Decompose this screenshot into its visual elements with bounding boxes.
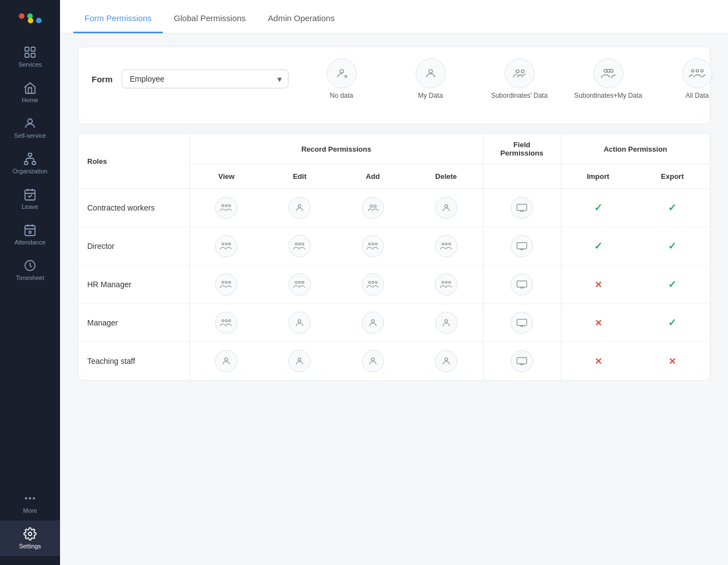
view-cell[interactable] <box>190 189 263 227</box>
add-cell[interactable] <box>336 304 410 342</box>
svg-rect-6 <box>24 162 28 164</box>
delete-cell[interactable] <box>410 189 483 227</box>
sidebar-item-home[interactable]: Home <box>0 74 60 110</box>
svg-point-25 <box>691 69 694 72</box>
svg-point-53 <box>298 281 301 283</box>
edit-cell[interactable] <box>263 189 336 227</box>
delete-cell[interactable] <box>410 227 483 266</box>
svg-rect-0 <box>25 47 29 51</box>
sidebar-item-organization[interactable]: Organization <box>0 146 60 181</box>
edit-cell[interactable] <box>263 227 336 266</box>
svg-point-42 <box>368 243 371 245</box>
import-header: Import <box>561 164 635 189</box>
form-select[interactable]: Employee <box>122 69 288 88</box>
sidebar: Services Home Self-service Organization … <box>0 0 60 565</box>
svg-point-67 <box>445 319 447 322</box>
import-cell[interactable]: ✕ <box>561 304 635 342</box>
export-cell[interactable]: ✓ <box>635 266 710 304</box>
svg-point-65 <box>298 319 301 322</box>
table-row: HR Manager✕✓ <box>78 266 710 304</box>
svg-point-22 <box>604 69 607 73</box>
svg-rect-73 <box>517 358 527 364</box>
table-row: Teaching staff✕✕ <box>78 342 710 381</box>
sidebar-item-more[interactable]: More <box>0 485 60 521</box>
role-name-cell: Director <box>78 227 190 266</box>
svg-point-30 <box>229 204 231 207</box>
action-permission-header: Action Permission <box>561 134 710 164</box>
svg-rect-35 <box>517 204 527 211</box>
scope-icons-container: No data My Data Subordinates' Data <box>297 58 729 99</box>
import-cell[interactable]: ✓ <box>561 189 635 227</box>
scope-my-data: My Data <box>386 58 475 99</box>
field-cell[interactable] <box>483 342 561 381</box>
sidebar-item-timesheet-label: Timesheet <box>16 274 44 281</box>
svg-point-49 <box>222 281 225 283</box>
add-cell[interactable] <box>336 227 410 266</box>
edit-cell[interactable] <box>263 304 336 342</box>
view-cell[interactable] <box>190 342 263 381</box>
sidebar-item-timesheet[interactable]: Timesheet <box>0 252 60 288</box>
grid-icon <box>23 46 37 59</box>
timesheet-icon <box>23 259 37 272</box>
svg-point-37 <box>226 243 228 245</box>
delete-cell[interactable] <box>410 304 483 342</box>
sidebar-item-leave[interactable]: Leave <box>0 181 60 217</box>
sidebar-item-settings[interactable]: Settings <box>0 521 60 556</box>
home-icon <box>23 81 37 94</box>
all-data-icon <box>682 58 712 88</box>
import-cell[interactable]: ✕ <box>561 266 635 304</box>
svg-point-60 <box>448 281 451 283</box>
svg-rect-2 <box>25 53 29 57</box>
svg-point-19 <box>428 69 432 73</box>
svg-point-71 <box>371 358 374 361</box>
view-cell[interactable] <box>190 227 263 266</box>
svg-point-59 <box>445 281 447 283</box>
subordinates-my-data-label: Subordinates+My Data <box>574 92 642 99</box>
sidebar-item-services[interactable]: Services <box>0 39 60 74</box>
add-cell[interactable] <box>336 266 410 304</box>
subordinates-my-data-icon <box>594 58 624 88</box>
field-cell[interactable] <box>483 266 561 304</box>
self-service-icon <box>23 117 37 130</box>
settings-icon <box>23 527 37 541</box>
tab-global-permissions[interactable]: Global Permissions <box>163 4 257 33</box>
view-cell[interactable] <box>190 304 263 342</box>
svg-point-15 <box>28 532 32 536</box>
sidebar-item-attendance[interactable]: Attendance <box>0 217 60 252</box>
export-cell[interactable]: ✕ <box>635 342 710 381</box>
add-cell[interactable] <box>336 342 410 381</box>
export-cell[interactable]: ✓ <box>635 227 710 266</box>
import-cell[interactable]: ✕ <box>561 342 635 381</box>
edit-header: Edit <box>263 164 336 189</box>
my-data-icon <box>416 58 446 88</box>
sidebar-item-organization-label: Organization <box>13 168 47 174</box>
sidebar-item-leave-label: Leave <box>22 203 38 210</box>
field-cell[interactable] <box>483 227 561 266</box>
field-cell[interactable] <box>483 189 561 227</box>
tab-admin-operations[interactable]: Admin Operations <box>257 4 346 33</box>
delete-cell[interactable] <box>410 342 483 381</box>
all-data-label: All Data <box>685 92 709 99</box>
tab-form-permissions[interactable]: Form Permissions <box>73 4 163 33</box>
svg-point-41 <box>302 243 304 245</box>
view-cell[interactable] <box>190 266 263 304</box>
sidebar-item-self-service-label: Self-service <box>14 132 46 139</box>
form-label: Form <box>92 74 113 84</box>
sidebar-item-home-label: Home <box>22 97 38 103</box>
org-icon <box>23 152 37 166</box>
export-cell[interactable]: ✓ <box>635 189 710 227</box>
import-cell[interactable]: ✓ <box>561 227 635 266</box>
form-select-wrapper: Employee ▾ <box>122 69 288 88</box>
add-cell[interactable] <box>336 189 410 227</box>
svg-point-63 <box>226 319 228 322</box>
export-cell[interactable]: ✓ <box>635 304 710 342</box>
svg-point-27 <box>700 69 703 72</box>
delete-cell[interactable] <box>410 266 483 304</box>
table-row: Contracted workers✓✓ <box>78 189 710 227</box>
edit-cell[interactable] <box>263 342 336 381</box>
edit-cell[interactable] <box>263 266 336 304</box>
sidebar-item-self-service[interactable]: Self-service <box>0 110 60 146</box>
view-header: View <box>190 164 263 189</box>
svg-point-24 <box>607 69 610 73</box>
field-cell[interactable] <box>483 304 561 342</box>
